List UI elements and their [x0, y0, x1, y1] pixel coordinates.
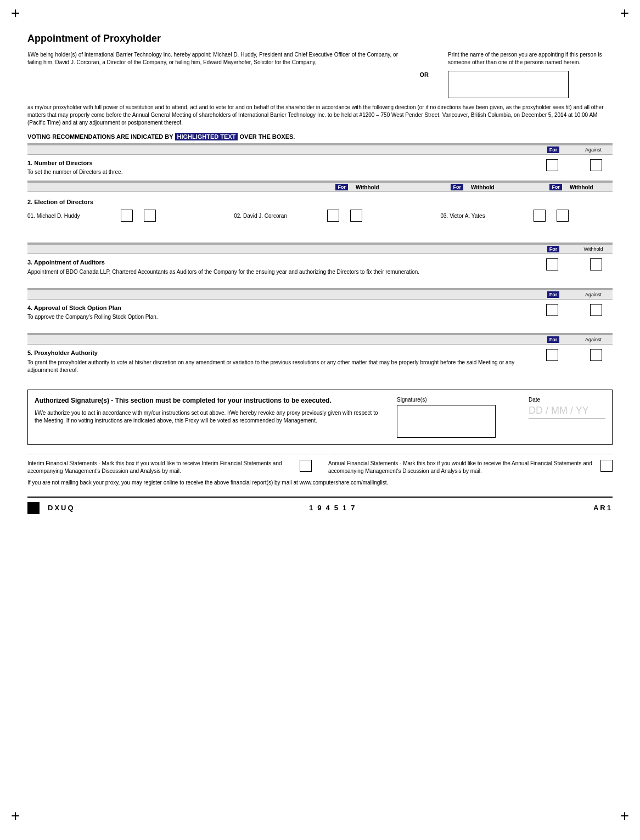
- director-1-checkboxes: [121, 210, 156, 222]
- s5-against-checkbox[interactable]: [590, 349, 602, 361]
- s4-for-label: For: [547, 291, 560, 298]
- s3-for-checkbox-wrapper: [536, 258, 569, 270]
- s3-title: 3. Appointment of Auditors: [27, 258, 536, 267]
- financial-section: Interim Financial Statements - Mark this…: [27, 454, 613, 475]
- s2-for-label-1: For: [335, 184, 348, 190]
- s2-withhold-label-1: Withhold: [356, 184, 379, 190]
- corner-br-icon: +: [620, 808, 629, 824]
- corner-tr-icon: +: [620, 5, 629, 21]
- s3-withhold-checkbox[interactable]: [590, 258, 602, 270]
- voting-prefix: VOTING RECOMMENDATIONS ARE INDICATED BY: [27, 133, 175, 140]
- s4-for-checkbox[interactable]: [546, 304, 558, 316]
- s3-row: 3. Appointment of Auditors Appointment o…: [27, 254, 613, 280]
- bottom-number: 194517: [309, 504, 359, 512]
- s1-checkboxes: [536, 159, 613, 171]
- appointment-or: OR: [412, 71, 437, 78]
- s1-against-checkbox[interactable]: [590, 159, 602, 171]
- auth-title: Authorized Signature(s) - This section m…: [35, 397, 386, 405]
- s4-for-checkbox-wrapper: [536, 304, 569, 316]
- s2-withhold-label-3: Withhold: [570, 184, 593, 190]
- director-3-for-checkbox[interactable]: [534, 210, 546, 222]
- s2-title: 2. Election of Directors: [27, 199, 613, 205]
- s4-description: To approve the Company's Rolling Stock O…: [27, 313, 536, 321]
- annual-financial-checkbox[interactable]: [600, 460, 613, 472]
- s3-withhold-header: Withhold: [574, 246, 613, 252]
- appointment-section: I/We being holder(s) of International Ba…: [27, 51, 613, 98]
- s4-header-row: For Against: [27, 288, 613, 300]
- s2-for-label-3: For: [549, 184, 562, 190]
- s3-for-header: For: [536, 246, 574, 252]
- interim-financial-checkbox[interactable]: [300, 460, 312, 472]
- bottom-label: AR1: [593, 504, 613, 512]
- director-1-name: 01. Michael D. Huddy: [27, 213, 115, 219]
- director-3-withhold-checkbox[interactable]: [557, 210, 569, 222]
- s2-withhold-label-2: Withhold: [471, 184, 495, 190]
- signature-label: Signature(s): [397, 397, 518, 403]
- s4-against-header: Against: [574, 292, 613, 297]
- director-2-checkboxes: [327, 210, 362, 222]
- director-2: 02. David J. Corcoran: [234, 210, 440, 222]
- s1-for-checkbox-wrapper: [536, 159, 569, 171]
- directors-row: 01. Michael D. Huddy 02. David J. Corcor…: [27, 210, 613, 222]
- s5-description: To grant the proxyholder authority to vo…: [27, 359, 536, 374]
- interim-financial-item: Interim Financial Statements - Mark this…: [27, 460, 312, 475]
- signature-section: Signature(s): [397, 397, 518, 438]
- s1-for-header: For: [536, 147, 574, 153]
- director-2-for-checkbox[interactable]: [327, 210, 339, 222]
- s5-for-label: For: [547, 336, 560, 343]
- signature-box[interactable]: [397, 405, 496, 438]
- director-1-withhold-checkbox[interactable]: [144, 210, 156, 222]
- s5-header-row: For Against: [27, 333, 613, 345]
- director-1-for-checkbox[interactable]: [121, 210, 133, 222]
- s1-description: To set the number of Directors at three.: [27, 168, 536, 176]
- s1-against-header: Against: [574, 147, 613, 153]
- print-name-box[interactable]: [448, 71, 569, 98]
- proxy-text: as my/our proxyholder with full power of…: [27, 104, 613, 127]
- s1-row: 1. Number of Directors To set the number…: [27, 155, 613, 181]
- bottom-code: DXUQ: [48, 504, 75, 512]
- annual-financial-item: Annual Financial Statements - Mark this …: [328, 460, 613, 475]
- s1-against-checkbox-wrapper: [580, 159, 613, 171]
- s5-against-header: Against: [574, 337, 613, 342]
- s3-for-label: For: [547, 246, 560, 252]
- s5-for-checkbox-wrapper: [536, 349, 569, 361]
- s4-against-checkbox[interactable]: [590, 304, 602, 316]
- s5-content: 5. Proxyholder Authority To grant the pr…: [27, 349, 536, 374]
- s4-checkboxes: [536, 304, 613, 316]
- appointment-right: Print the name of the person you are app…: [448, 51, 613, 98]
- director-2-withhold-checkbox[interactable]: [350, 210, 362, 222]
- s2-header-row: For Withhold For Withhold For Withhold: [27, 181, 613, 192]
- appointment-left-text: I/We being holder(s) of International Ba…: [27, 51, 401, 66]
- s1-content: 1. Number of Directors To set the number…: [27, 159, 536, 176]
- s1-title: 1. Number of Directors: [27, 159, 536, 167]
- s5-against-checkbox-wrapper: [580, 349, 613, 361]
- s4-content: 4. Approval of Stock Option Plan To appr…: [27, 304, 536, 321]
- s3-for-checkbox[interactable]: [546, 258, 558, 270]
- corner-tl-icon: +: [11, 5, 20, 21]
- voting-highlighted: HIGHLIGHTED TEXT: [175, 133, 238, 140]
- director-3-checkboxes: [534, 210, 569, 222]
- s3-content: 3. Appointment of Auditors Appointment o…: [27, 258, 536, 275]
- director-2-name: 02. David J. Corcoran: [234, 213, 322, 219]
- page-title: Appointment of Proxyholder: [27, 33, 613, 44]
- s1-for-label-icon: For: [547, 146, 560, 153]
- s1-for-checkbox[interactable]: [546, 159, 558, 171]
- director-3-name: 03. Victor A. Yates: [440, 213, 528, 219]
- print-instructions: Print the name of the person you are app…: [448, 51, 613, 66]
- s3-checkboxes: [536, 258, 613, 270]
- s2-for-label-2: For: [451, 184, 463, 190]
- register-text: If you are not mailing back your proxy, …: [27, 480, 613, 486]
- date-section: Date DD / MM / YY: [529, 397, 605, 438]
- s4-row: 4. Approval of Stock Option Plan To appr…: [27, 300, 613, 325]
- voting-suffix: OVER THE BOXES.: [238, 133, 295, 140]
- bottom-bar: DXUQ 194517 AR1: [27, 497, 613, 518]
- bottom-left: DXUQ: [27, 502, 75, 514]
- auth-text: I/We authorize you to act in accordance …: [35, 409, 386, 425]
- authorized-section: Authorized Signature(s) - This section m…: [27, 390, 613, 445]
- page: + + Appointment of Proxyholder I/We bein…: [0, 0, 640, 840]
- s5-row: 5. Proxyholder Authority To grant the pr…: [27, 345, 613, 378]
- s5-for-checkbox[interactable]: [546, 349, 558, 361]
- s1-header-row: For Against: [27, 143, 613, 155]
- director-1: 01. Michael D. Huddy: [27, 210, 234, 222]
- black-square-icon: [27, 502, 40, 514]
